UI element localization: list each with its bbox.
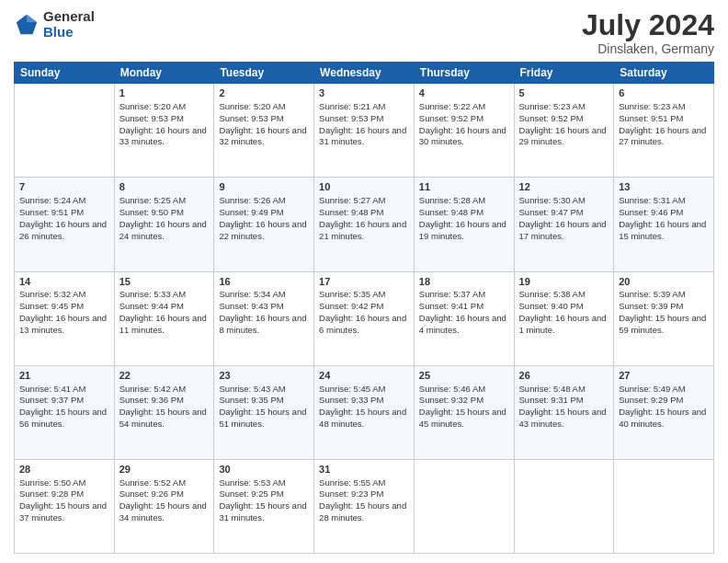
daylight-text: Daylight: 16 hours and 31 minutes. (319, 125, 406, 147)
table-cell: 6Sunrise: 5:23 AMSunset: 9:51 PMDaylight… (614, 84, 714, 178)
sunset-text: Sunset: 9:48 PM (319, 207, 383, 217)
sunrise-text: Sunrise: 5:42 AM (119, 384, 186, 394)
table-cell: 28Sunrise: 5:50 AMSunset: 9:28 PMDayligh… (15, 459, 115, 553)
sunset-text: Sunset: 9:43 PM (219, 301, 283, 311)
day-number: 23 (219, 369, 309, 383)
sunset-text: Sunset: 9:40 PM (519, 301, 584, 311)
day-number: 25 (419, 369, 509, 383)
daylight-text: Daylight: 15 hours and 59 minutes. (619, 313, 706, 335)
daylight-text: Daylight: 16 hours and 21 minutes. (319, 219, 406, 241)
sunrise-text: Sunrise: 5:20 AM (219, 101, 285, 111)
daylight-text: Daylight: 16 hours and 8 minutes. (219, 313, 306, 335)
day-number: 5 (519, 86, 609, 100)
sunrise-text: Sunrise: 5:23 AM (519, 101, 586, 111)
sunset-text: Sunset: 9:41 PM (419, 301, 483, 311)
daylight-text: Daylight: 16 hours and 27 minutes. (619, 125, 706, 147)
daylight-text: Daylight: 16 hours and 11 minutes. (119, 313, 207, 335)
sunset-text: Sunset: 9:23 PM (319, 488, 383, 499)
calendar-table: Sunday Monday Tuesday Wednesday Thursday… (14, 62, 714, 554)
sunset-text: Sunset: 9:46 PM (619, 207, 683, 217)
month-year: July 2024 (582, 9, 714, 41)
daylight-text: Daylight: 16 hours and 1 minute. (519, 313, 607, 335)
sunrise-text: Sunrise: 5:27 AM (319, 195, 385, 205)
col-wednesday: Wednesday (314, 63, 415, 84)
sunset-text: Sunset: 9:35 PM (219, 395, 283, 405)
sunset-text: Sunset: 9:31 PM (519, 395, 584, 405)
sunrise-text: Sunrise: 5:53 AM (219, 477, 285, 488)
table-cell: 13Sunrise: 5:31 AMSunset: 9:46 PMDayligh… (614, 178, 714, 271)
sunset-text: Sunset: 9:44 PM (119, 301, 184, 311)
sunrise-text: Sunrise: 5:50 AM (19, 477, 85, 488)
table-cell: 16Sunrise: 5:34 AMSunset: 9:43 PMDayligh… (214, 271, 314, 365)
daylight-text: Daylight: 16 hours and 26 minutes. (19, 219, 107, 241)
sunset-text: Sunset: 9:48 PM (419, 207, 483, 217)
table-cell: 14Sunrise: 5:32 AMSunset: 9:45 PMDayligh… (15, 271, 115, 365)
day-number: 13 (619, 180, 709, 194)
table-cell: 20Sunrise: 5:39 AMSunset: 9:39 PMDayligh… (614, 271, 714, 365)
sunrise-text: Sunrise: 5:55 AM (319, 477, 385, 488)
day-number: 20 (619, 275, 709, 289)
sunset-text: Sunset: 9:32 PM (419, 395, 483, 405)
sunset-text: Sunset: 9:50 PM (119, 207, 184, 217)
day-number: 28 (19, 463, 109, 477)
daylight-text: Daylight: 15 hours and 45 minutes. (419, 407, 506, 429)
day-number: 8 (119, 180, 210, 194)
day-number: 17 (319, 275, 409, 289)
day-number: 7 (19, 180, 109, 194)
logo-text: General Blue (43, 9, 95, 40)
sunrise-text: Sunrise: 5:38 AM (519, 289, 586, 299)
day-number: 14 (19, 275, 109, 289)
sunset-text: Sunset: 9:25 PM (219, 488, 283, 499)
sunrise-text: Sunrise: 5:33 AM (119, 289, 186, 299)
day-number: 4 (419, 86, 509, 100)
daylight-text: Daylight: 15 hours and 54 minutes. (119, 407, 207, 429)
sunrise-text: Sunrise: 5:23 AM (619, 101, 685, 111)
day-number: 22 (119, 369, 210, 383)
daylight-text: Daylight: 15 hours and 51 minutes. (219, 407, 306, 429)
svg-marker-1 (27, 14, 37, 21)
table-cell: 7Sunrise: 5:24 AMSunset: 9:51 PMDaylight… (15, 178, 115, 271)
sunrise-text: Sunrise: 5:25 AM (119, 195, 186, 205)
table-cell: 27Sunrise: 5:49 AMSunset: 9:29 PMDayligh… (614, 365, 714, 459)
table-cell: 21Sunrise: 5:41 AMSunset: 9:37 PMDayligh… (15, 365, 115, 459)
sunrise-text: Sunrise: 5:46 AM (419, 384, 485, 394)
table-cell: 2Sunrise: 5:20 AMSunset: 9:53 PMDaylight… (214, 84, 314, 178)
col-monday: Monday (114, 63, 214, 84)
table-cell: 19Sunrise: 5:38 AMSunset: 9:40 PMDayligh… (514, 271, 614, 365)
daylight-text: Daylight: 16 hours and 17 minutes. (519, 219, 607, 241)
day-number: 16 (219, 275, 309, 289)
sunset-text: Sunset: 9:53 PM (219, 113, 283, 123)
daylight-text: Daylight: 15 hours and 28 minutes. (319, 500, 406, 523)
sunrise-text: Sunrise: 5:39 AM (619, 289, 685, 299)
sunset-text: Sunset: 9:51 PM (19, 207, 84, 217)
table-cell: 29Sunrise: 5:52 AMSunset: 9:26 PMDayligh… (114, 459, 214, 553)
day-number: 15 (119, 275, 210, 289)
day-number: 24 (319, 369, 409, 383)
sunrise-text: Sunrise: 5:28 AM (419, 195, 485, 205)
day-number: 19 (519, 275, 609, 289)
table-cell: 15Sunrise: 5:33 AMSunset: 9:44 PMDayligh… (114, 271, 214, 365)
sunrise-text: Sunrise: 5:52 AM (119, 477, 186, 488)
daylight-text: Daylight: 16 hours and 15 minutes. (619, 219, 706, 241)
page: General Blue July 2024 Dinslaken, German… (0, 0, 728, 563)
daylight-text: Daylight: 15 hours and 31 minutes. (219, 500, 306, 523)
sunrise-text: Sunrise: 5:41 AM (19, 384, 85, 394)
sunset-text: Sunset: 9:53 PM (319, 113, 383, 123)
table-cell: 1Sunrise: 5:20 AMSunset: 9:53 PMDaylight… (114, 84, 214, 178)
daylight-text: Daylight: 15 hours and 48 minutes. (319, 407, 406, 429)
logo-blue-text: Blue (43, 25, 95, 40)
table-cell: 25Sunrise: 5:46 AMSunset: 9:32 PMDayligh… (414, 365, 514, 459)
week-row-1: 1Sunrise: 5:20 AMSunset: 9:53 PMDaylight… (15, 84, 714, 178)
logo: General Blue (14, 9, 95, 40)
daylight-text: Daylight: 15 hours and 43 minutes. (519, 407, 607, 429)
sunrise-text: Sunrise: 5:34 AM (219, 289, 285, 299)
day-number: 2 (219, 86, 309, 100)
sunset-text: Sunset: 9:53 PM (119, 113, 184, 123)
table-cell: 22Sunrise: 5:42 AMSunset: 9:36 PMDayligh… (114, 365, 214, 459)
sunset-text: Sunset: 9:28 PM (19, 488, 84, 499)
table-cell: 12Sunrise: 5:30 AMSunset: 9:47 PMDayligh… (514, 178, 614, 271)
daylight-text: Daylight: 16 hours and 30 minutes. (419, 125, 506, 147)
sunset-text: Sunset: 9:29 PM (619, 395, 683, 405)
day-number: 26 (519, 369, 609, 383)
week-row-3: 14Sunrise: 5:32 AMSunset: 9:45 PMDayligh… (15, 271, 714, 365)
